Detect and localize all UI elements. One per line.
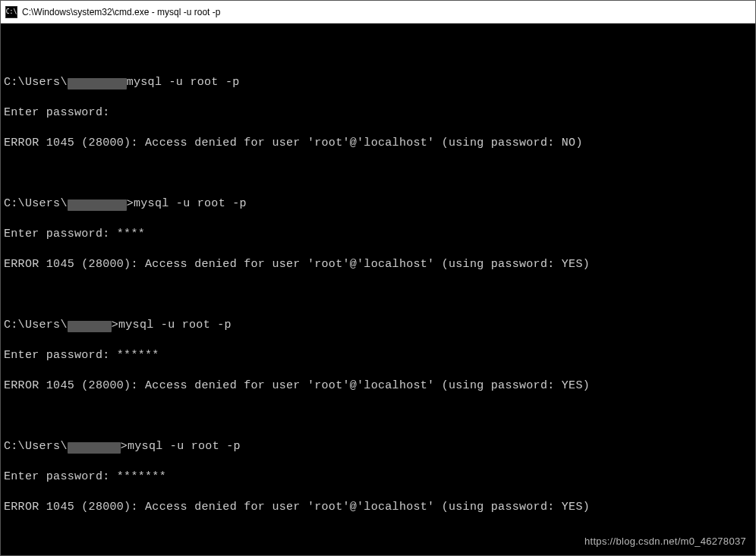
terminal-output[interactable]: C:\Users\mysql -u root -p Enter password…: [1, 24, 755, 555]
terminal-line: Enter password: ******: [4, 348, 752, 363]
cmd-icon: C:\: [5, 6, 17, 18]
titlebar[interactable]: C:\ C:\Windows\system32\cmd.exe - mysql …: [1, 1, 755, 24]
terminal-line: [4, 409, 752, 424]
window-title: C:\Windows\system32\cmd.exe - mysql -u r…: [22, 7, 220, 17]
prompt-path: C:\Users\: [4, 440, 68, 453]
terminal-line: Enter password:: [4, 105, 752, 121]
terminal-line: C:\Users\>mysql -u root -p: [4, 318, 752, 333]
terminal-line: [4, 287, 752, 303]
watermark: https://blog.csdn.net/m0_46278037: [584, 534, 746, 549]
cmd-window: C:\ C:\Windows\system32\cmd.exe - mysql …: [0, 0, 756, 556]
prompt-path: C:\Users\: [4, 76, 68, 89]
terminal-line: ERROR 1045 (28000): Access denied for us…: [4, 136, 752, 151]
redacted-username: [68, 442, 121, 454]
terminal-line: C:\Users\>mysql -u root -p: [4, 196, 752, 212]
command-text: >mysql -u root -p: [112, 319, 232, 331]
command-text: >mysql -u root -p: [121, 440, 241, 453]
terminal-line: [4, 45, 752, 60]
command-text: mysql -u root -p: [127, 76, 240, 89]
redacted-username: [68, 321, 112, 332]
command-text: >mysql -u root -p: [127, 197, 247, 210]
prompt-path: C:\Users\: [4, 197, 68, 210]
terminal-line: ERROR 1045 (28000): Access denied for us…: [4, 379, 752, 394]
redacted-username: [68, 78, 127, 90]
terminal-line: C:\Users\mysql -u root -p: [4, 75, 752, 90]
terminal-line: [4, 166, 752, 181]
redacted-username: [68, 199, 127, 211]
terminal-line: C:\Users\>mysql -u root -p: [4, 439, 752, 454]
terminal-line: ERROR 1045 (28000): Access denied for us…: [4, 257, 752, 272]
terminal-line: ERROR 1045 (28000): Access denied for us…: [4, 500, 752, 515]
terminal-line: Enter password: ****: [4, 227, 752, 242]
terminal-line: Enter password: *******: [4, 470, 752, 485]
prompt-path: C:\Users\: [4, 319, 68, 331]
